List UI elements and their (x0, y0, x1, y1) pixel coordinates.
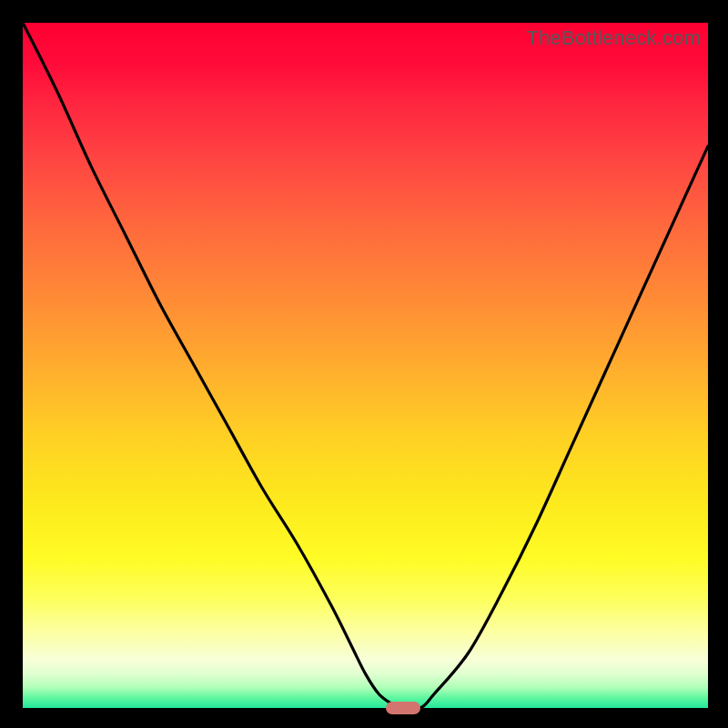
optimum-marker (386, 702, 420, 714)
plot-area: TheBottleneck.com (23, 23, 708, 708)
chart-frame: TheBottleneck.com (0, 0, 728, 728)
bottleneck-curve (23, 23, 708, 708)
